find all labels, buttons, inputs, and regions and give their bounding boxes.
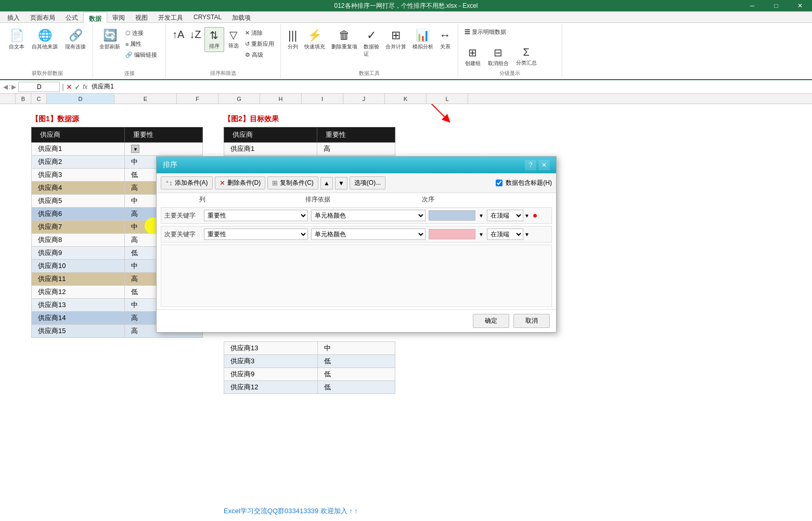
dialog-help-btn[interactable]: ? bbox=[525, 160, 536, 170]
btn-properties[interactable]: ≡ 属性 bbox=[123, 39, 159, 49]
options-btn[interactable]: 选项(O)... bbox=[350, 176, 385, 189]
tab-view[interactable]: 视图 bbox=[130, 11, 153, 22]
col-header-h[interactable]: H bbox=[260, 94, 302, 104]
tab-formula[interactable]: 公式 bbox=[60, 11, 83, 22]
btn-consolidate[interactable]: ⊞ 合并计算 bbox=[383, 27, 409, 52]
btn-connections[interactable]: ⬡ 连接 bbox=[123, 28, 159, 38]
dialog-ok-btn[interactable]: 确定 bbox=[473, 314, 509, 328]
btn-remove-duplicates[interactable]: 🗑 删除重复项 bbox=[329, 27, 360, 52]
group-external-data: 📄 自文本 🌐 自其他来源 🔗 现有连接 获取外部数据 bbox=[2, 24, 93, 78]
table-row: 供应商1 高 bbox=[224, 143, 395, 156]
btn-reapply[interactable]: ↺ 重新应用 bbox=[243, 39, 276, 49]
sort-row-secondary-order-dropdown[interactable]: ▼ bbox=[524, 232, 530, 237]
tab-page-layout[interactable]: 页面布局 bbox=[25, 11, 60, 22]
btn-advanced[interactable]: ⚙ 高级 bbox=[243, 50, 276, 60]
formula-confirm-btn[interactable]: ✓ bbox=[74, 83, 81, 91]
btn-split[interactable]: ||| 分列 bbox=[285, 27, 301, 52]
btn-from-text[interactable]: 📄 自文本 bbox=[6, 27, 27, 52]
col-header-e[interactable]: E bbox=[114, 94, 177, 104]
col-header-l[interactable]: L bbox=[427, 94, 468, 104]
tab-insert[interactable]: 插入 bbox=[2, 11, 25, 22]
left-header-supplier: 供应商 bbox=[32, 128, 125, 143]
btn-flash-fill[interactable]: ⚡ 快速填充 bbox=[302, 27, 328, 52]
btn-data-validation[interactable]: ✓ 数据验证 bbox=[361, 27, 382, 59]
delete-condition-btn[interactable]: ✕ 删除条件(D) bbox=[215, 176, 266, 189]
add-condition-btn[interactable]: ⁺↕ 添加条件(A) bbox=[161, 176, 213, 189]
right-importance-cell: 中 bbox=[318, 342, 395, 355]
col-label-sort-by: 排序依据 bbox=[305, 195, 420, 204]
btn-refresh-all[interactable]: 🔄 全部刷新 bbox=[97, 27, 122, 52]
tab-addins[interactable]: 加载项 bbox=[227, 11, 256, 22]
formula-nav-separator: : bbox=[9, 83, 10, 91]
right-bottom-table: 供应商13 中 供应商3 低 供应商9 低 供应商12 bbox=[224, 341, 395, 394]
btn-group[interactable]: ⊞ 创建组 bbox=[462, 45, 483, 69]
sort-row-primary-sortby[interactable]: 单元格颜色 bbox=[311, 210, 426, 221]
formula-input[interactable] bbox=[89, 83, 809, 91]
col-header-d[interactable]: D bbox=[47, 94, 114, 104]
tab-data[interactable]: 数据 bbox=[83, 12, 107, 23]
formula-cancel-btn[interactable]: ✕ bbox=[66, 83, 72, 91]
tab-crystal[interactable]: CRYSTAL bbox=[188, 11, 227, 22]
col-header-b[interactable]: B bbox=[16, 94, 31, 104]
btn-relationships[interactable]: ↔ 关系 bbox=[437, 27, 454, 52]
close-btn[interactable]: ✕ bbox=[788, 0, 812, 11]
col-header-f[interactable]: F bbox=[177, 94, 218, 104]
col-header-i[interactable]: I bbox=[302, 94, 343, 104]
col-header-j[interactable]: J bbox=[343, 94, 385, 104]
subtotal-icon: Σ bbox=[523, 46, 529, 58]
dialog-cancel-btn[interactable]: 取消 bbox=[513, 314, 550, 328]
sort-row-primary-order-dropdown[interactable]: ▼ bbox=[524, 213, 530, 219]
right-bottom-rows: 供应商13 中 供应商3 低 供应商9 低 供应商12 bbox=[224, 341, 395, 394]
group-data-tools-label: 数据工具 bbox=[285, 70, 454, 77]
btn-subtotal[interactable]: Σ 分类汇总 bbox=[513, 45, 539, 68]
sort-row-secondary-sortby[interactable]: 单元格颜色 bbox=[311, 228, 426, 240]
move-down-btn[interactable]: ▼ bbox=[335, 177, 347, 189]
btn-ungroup[interactable]: ⊟ 取消组合 bbox=[485, 45, 511, 69]
col-header-g[interactable]: G bbox=[218, 94, 260, 104]
dropdown-indicator[interactable]: ▼ bbox=[131, 145, 139, 153]
btn-flash-fill-label: 快速填充 bbox=[304, 43, 325, 50]
maximize-btn[interactable]: □ bbox=[764, 0, 788, 11]
btn-asc[interactable]: ↑A bbox=[170, 27, 186, 43]
sort-row-secondary-order[interactable]: 在顶端 bbox=[487, 228, 523, 240]
data-header-checkbox[interactable] bbox=[496, 180, 502, 186]
btn-show-detail[interactable]: ☰ 显示明细数据 bbox=[462, 27, 508, 37]
col-header-c[interactable]: C bbox=[31, 94, 47, 104]
sort-row-secondary-color-dropdown[interactable]: ▼ bbox=[479, 232, 484, 237]
btn-from-other[interactable]: 🌐 自其他来源 bbox=[29, 27, 60, 52]
btn-desc[interactable]: ↓Z bbox=[187, 27, 203, 43]
name-box[interactable]: D bbox=[18, 82, 60, 92]
tab-developer[interactable]: 开发工具 bbox=[153, 11, 188, 22]
sort-row-primary-column[interactable]: 重要性 bbox=[204, 210, 308, 221]
btn-existing-connection[interactable]: 🔗 现有连接 bbox=[62, 27, 88, 52]
dialog-title: 排序 bbox=[163, 160, 177, 170]
minimize-btn[interactable]: ─ bbox=[740, 0, 764, 11]
sort-row-secondary-column[interactable]: 重要性 bbox=[204, 228, 308, 240]
move-up-btn[interactable]: ▲ bbox=[320, 177, 333, 189]
copy-condition-btn[interactable]: ⊞ 复制条件(C) bbox=[267, 176, 318, 189]
what-if-icon: 📊 bbox=[416, 29, 430, 42]
red-dot-marker: ● bbox=[533, 211, 538, 220]
remove-dup-icon: 🗑 bbox=[339, 29, 350, 42]
btn-sort[interactable]: ⇅ 排序 bbox=[204, 27, 224, 52]
col-header-k[interactable]: K bbox=[385, 94, 427, 104]
btn-filter-label: 筛选 bbox=[228, 42, 239, 49]
sort-row-primary-color-dropdown[interactable]: ▼ bbox=[479, 213, 484, 219]
formula-bar-left: ◀ : ▶ bbox=[3, 83, 16, 91]
bottom-text: Excel学习交流QQ群033413339 欢迎加入 ↑ ↑ bbox=[224, 506, 358, 516]
btn-what-if[interactable]: 📊 模拟分析 bbox=[410, 27, 436, 52]
col-spacer bbox=[161, 195, 197, 204]
supplier-cell: 供应商2 bbox=[32, 156, 125, 169]
formula-nav-prev[interactable]: ◀ bbox=[3, 83, 8, 91]
dialog-close-btn[interactable]: ✕ bbox=[538, 160, 550, 170]
sort-dialog: 排序 ? ✕ ⁺↕ 添加条件(A) ✕ 删除条件(D) ⊞ 复制条件( bbox=[156, 156, 557, 333]
formula-nav-next[interactable]: ▶ bbox=[11, 83, 16, 91]
tab-review[interactable]: 审阅 bbox=[107, 11, 130, 22]
group-sort-filter: ↑A ↓Z ⇅ 排序 ▽ 筛选 ✕ 清除 bbox=[166, 24, 281, 78]
btn-edit-links[interactable]: 🔗 编辑链接 bbox=[123, 50, 159, 60]
fx-label[interactable]: fx bbox=[83, 83, 87, 91]
btn-clear[interactable]: ✕ 清除 bbox=[243, 28, 276, 38]
right-header-importance: 重要性 bbox=[317, 128, 395, 143]
sort-row-primary-order[interactable]: 在顶端 bbox=[487, 210, 523, 221]
btn-filter[interactable]: ▽ 筛选 bbox=[225, 27, 242, 51]
